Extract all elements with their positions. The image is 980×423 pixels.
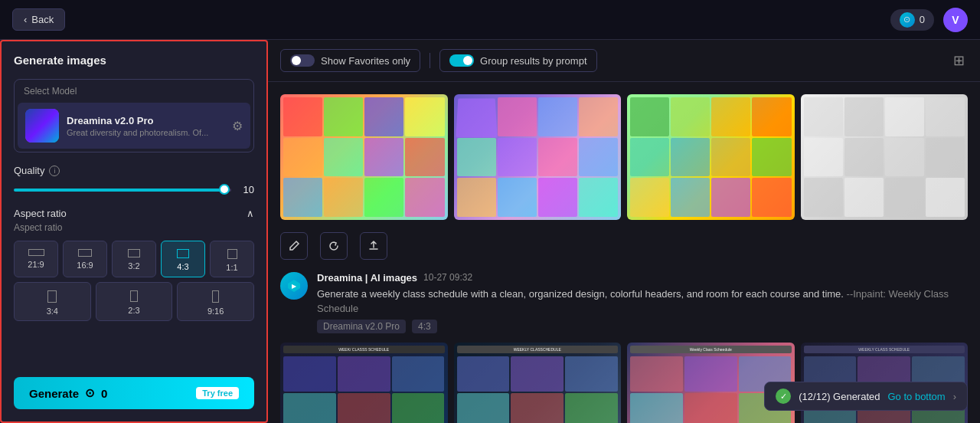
- model-section-label: Select Model: [18, 83, 250, 103]
- credits-icon: ⊙: [900, 12, 915, 28]
- back-button[interactable]: ‹ Back: [12, 8, 65, 31]
- model-name: Dreamina v2.0 Pro: [67, 115, 224, 126]
- aspect-preview-2-3: [130, 290, 138, 302]
- aspect-preview-21-9: [28, 249, 44, 256]
- prompt-main-text: Generate a weekly class schedule with a …: [317, 288, 844, 300]
- generate-credits-icon: ⊙: [85, 386, 95, 400]
- quality-section: Quality i 10: [14, 165, 254, 195]
- bottom-image-1: WEEK/ CLASSS SCHEDULE: [280, 343, 448, 423]
- aspect-label-21-9: 21:9: [28, 260, 44, 269]
- aspect-preview-3-4: [47, 290, 57, 303]
- aspect-sublabel: Aspect ratio: [14, 222, 254, 233]
- model-desc: Great diversity and photorealism. Of...: [67, 128, 224, 137]
- generate-label: Generate: [29, 387, 79, 400]
- avatar[interactable]: V: [943, 8, 968, 32]
- model-info: Dreamina v2.0 Pro Great diversity and ph…: [67, 115, 224, 137]
- aspect-label-1-1: 1:1: [226, 263, 237, 272]
- prompt-tags: Dreamina v2.0 Pro 4:3: [317, 320, 968, 333]
- prompt-text: Generate a weekly class schedule with a …: [317, 287, 968, 316]
- credits-badge: ⊙ 0: [890, 9, 934, 31]
- quality-slider-row: 10: [14, 184, 254, 195]
- schedule-overlay-4: [801, 94, 969, 220]
- prompt-avatar: ▶: [280, 272, 308, 300]
- schedule-overlay-3: [627, 94, 795, 220]
- header: ‹ Back ⊙ 0 V: [0, 0, 980, 40]
- top-image-grid: [280, 94, 968, 220]
- aspect-label-2-3: 2:3: [128, 306, 139, 315]
- sidebar-title: Generate images: [14, 54, 254, 67]
- upload-icon[interactable]: [360, 232, 387, 260]
- image-4: [801, 94, 969, 220]
- quality-slider-track[interactable]: [14, 189, 231, 192]
- status-check-icon: ✓: [776, 389, 791, 404]
- quality-info-icon[interactable]: i: [49, 166, 60, 176]
- image-thumb-4[interactable]: [801, 94, 969, 220]
- generate-credits-count: 0: [101, 387, 107, 400]
- group-by-prompt-toggle[interactable]: Group results by prompt: [439, 49, 596, 72]
- aspect-label-4-3: 4:3: [177, 262, 188, 271]
- schedule-overlay-2: [454, 94, 622, 220]
- layout-grid-icon[interactable]: ⊞: [950, 49, 968, 72]
- aspect-btn-3-2[interactable]: 3:2: [112, 241, 156, 277]
- model-selector[interactable]: Dreamina v2.0 Pro Great diversity and ph…: [18, 103, 250, 149]
- header-right: ⊙ 0 V: [890, 8, 968, 32]
- status-count: (12/12) Generated: [799, 391, 880, 402]
- prompt-tag-ratio: 4:3: [412, 320, 437, 333]
- edit-icon[interactable]: [280, 232, 308, 260]
- model-thumbnail: [25, 109, 59, 143]
- status-bar: ✓ (12/12) Generated Go to bottom ›: [764, 382, 968, 411]
- aspect-btn-21-9[interactable]: 21:9: [14, 241, 58, 277]
- try-free-badge: Try free: [196, 387, 239, 399]
- status-chevron-icon: ›: [953, 391, 956, 402]
- aspect-preview-4-3: [177, 249, 189, 258]
- aspect-btn-2-3[interactable]: 2:3: [96, 282, 173, 321]
- aspect-label-9-16: 9:16: [207, 307, 224, 316]
- aspect-preview-9-16: [212, 290, 219, 303]
- model-section: Select Model Dreamina v2.0 Pro Great div…: [14, 79, 254, 152]
- image-3: [627, 94, 795, 220]
- settings-sliders-icon[interactable]: ⚙: [232, 119, 243, 133]
- aspect-btn-3-4[interactable]: 3:4: [14, 282, 91, 321]
- sidebar: Generate images Select Model Dreamina v2…: [0, 40, 268, 423]
- back-arrow-icon: ‹: [24, 14, 27, 25]
- bottom-image-thumb-1[interactable]: WEEK/ CLASSS SCHEDULE: [280, 343, 448, 423]
- prompt-section: ▶ Dreamina | AI images 10-27 09:32 Gener…: [280, 272, 968, 333]
- credits-count: 0: [920, 14, 925, 25]
- aspect-preview-1-1: [227, 249, 237, 259]
- schedule-overlay-1: [280, 94, 448, 220]
- quality-label-row: Quality i: [14, 165, 254, 176]
- quality-value: 10: [239, 184, 254, 195]
- image-thumb-3[interactable]: [627, 94, 795, 220]
- content-area: ▶ Dreamina | AI images 10-27 09:32 Gener…: [268, 82, 980, 423]
- aspect-preview-3-2: [128, 249, 140, 257]
- action-bar: [280, 229, 968, 263]
- prompt-content: Dreamina | AI images 10-27 09:32 Generat…: [317, 272, 968, 333]
- image-thumb-1[interactable]: [280, 94, 448, 220]
- aspect-ratio-section: Aspect ratio ∧ Aspect ratio 21:9 16:9 3:…: [14, 208, 254, 321]
- prompt-meta: Dreamina | AI images 10-27 09:32: [317, 272, 968, 284]
- bottom-image-thumb-2[interactable]: WEEKLY CLASSCHEDULE: [454, 343, 622, 423]
- generate-button[interactable]: Generate ⊙ 0 Try free: [14, 377, 254, 409]
- quality-slider-thumb[interactable]: [219, 184, 230, 195]
- aspect-btn-16-9[interactable]: 16:9: [63, 241, 107, 277]
- toolbar-divider: [430, 53, 430, 68]
- aspect-btn-4-3[interactable]: 4:3: [161, 241, 205, 277]
- generate-left: Generate ⊙ 0: [29, 386, 107, 400]
- aspect-btn-1-1[interactable]: 1:1: [210, 241, 254, 277]
- group-toggle-switch[interactable]: [449, 54, 474, 67]
- image-thumb-2[interactable]: [454, 94, 622, 220]
- favorites-toggle-dot: [292, 56, 301, 65]
- go-to-bottom-button[interactable]: Go to bottom: [888, 391, 946, 402]
- aspect-grid-row1: 21:9 16:9 3:2 4:3 1:1: [14, 241, 254, 277]
- aspect-btn-9-16[interactable]: 9:16: [177, 282, 254, 321]
- group-toggle-dot: [463, 56, 472, 65]
- prompt-tag-model: Dreamina v2.0 Pro: [317, 320, 406, 333]
- main-content: Generate images Select Model Dreamina v2…: [0, 40, 980, 423]
- favorites-toggle-switch[interactable]: [290, 54, 315, 67]
- aspect-grid-row2: 3:4 2:3 9:16: [14, 282, 254, 321]
- show-favorites-label: Show Favorites only: [321, 55, 410, 67]
- image-1: [280, 94, 448, 220]
- refresh-icon[interactable]: [320, 232, 348, 260]
- show-favorites-toggle[interactable]: Show Favorites only: [280, 49, 420, 72]
- toolbar: Show Favorites only Group results by pro…: [268, 40, 980, 82]
